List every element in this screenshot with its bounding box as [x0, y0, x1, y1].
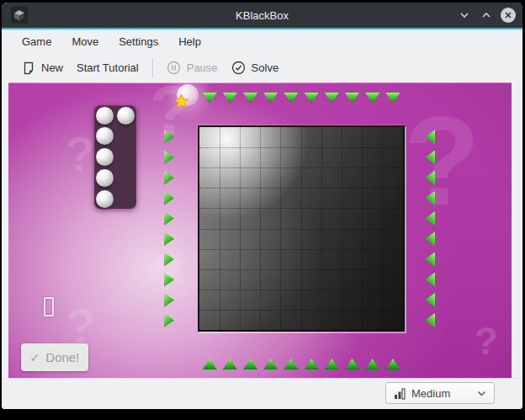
titlebar: KBlackBox: [2, 3, 522, 28]
laser-arrow-left-9[interactable]: [164, 293, 174, 307]
laser-arrow-right-3[interactable]: [425, 171, 435, 185]
laser-arrow-top-3[interactable]: [243, 93, 257, 104]
difficulty-value: Medium: [411, 387, 450, 400]
laser-arrow-right-4[interactable]: [425, 191, 435, 205]
done-button-label: Done!: [45, 350, 79, 364]
laser-arrow-bottom-4[interactable]: [263, 359, 278, 369]
laser-arrow-top-8[interactable]: [345, 93, 359, 104]
solve-button-label: Solve: [252, 61, 279, 74]
score-display: [44, 297, 54, 316]
laser-arrow-left-5[interactable]: [164, 211, 174, 226]
laser-arrow-bottom-2[interactable]: [223, 359, 237, 369]
question-mark-decoration: ?: [65, 130, 94, 178]
grid-line: [199, 290, 403, 290]
new-button[interactable]: New: [15, 57, 70, 79]
grid-line: [199, 229, 403, 230]
laser-arrow-top-7[interactable]: [325, 93, 339, 104]
game-view: ? ? ? ? ? ? ✓ Done!: [8, 82, 512, 378]
close-icon: [504, 11, 512, 19]
done-check-icon: ✓: [30, 351, 40, 364]
laser-arrow-left-2[interactable]: [164, 151, 174, 165]
laser-arrow-right-9[interactable]: [425, 293, 435, 307]
laser-arrow-left-3[interactable]: [164, 171, 174, 185]
laser-arrow-left-10[interactable]: [164, 313, 174, 327]
menu-game[interactable]: Game: [13, 32, 60, 51]
question-mark-decoration: ?: [475, 322, 498, 360]
start-tutorial-label: Start Tutorial: [77, 61, 139, 74]
laser-arrow-left-8[interactable]: [164, 273, 174, 287]
laser-arrow-top-2[interactable]: [223, 93, 237, 104]
laser-arrow-left-4[interactable]: [164, 191, 174, 205]
laser-arrow-right-5[interactable]: [425, 211, 435, 226]
question-mark-decoration: ?: [403, 98, 480, 224]
laser-arrow-right-6[interactable]: [425, 231, 435, 246]
laser-arrow-right-2[interactable]: [425, 151, 435, 165]
cursor-star-icon: [173, 93, 189, 109]
laser-arrow-left-1[interactable]: [164, 130, 174, 144]
laser-arrow-left-6[interactable]: [164, 231, 174, 246]
laser-arrow-right-7[interactable]: [425, 253, 435, 267]
laser-arrow-top-4[interactable]: [263, 93, 278, 104]
laser-arrow-bottom-9[interactable]: [365, 359, 379, 369]
laser-arrow-top-5[interactable]: [284, 93, 298, 104]
tray-ball-3[interactable]: [96, 127, 114, 145]
start-tutorial-button[interactable]: Start Tutorial: [70, 57, 146, 78]
menubar: Game Move Settings Help: [2, 29, 522, 53]
laser-arrow-top-9[interactable]: [365, 93, 379, 104]
pause-button[interactable]: Pause: [160, 56, 225, 79]
grid-line: [199, 310, 403, 311]
grid-line: [199, 188, 403, 189]
laser-arrow-bottom-3[interactable]: [243, 359, 257, 369]
pause-button-label: Pause: [187, 61, 218, 74]
grid-line: [199, 208, 403, 209]
laser-arrow-bottom-7[interactable]: [325, 359, 339, 369]
close-button[interactable]: [501, 8, 516, 23]
laser-arrow-top-10[interactable]: [385, 93, 400, 104]
laser-arrow-bottom-8[interactable]: [345, 359, 359, 369]
menu-help[interactable]: Help: [170, 32, 209, 51]
app-window: KBlackBox Game Move Settings Hel: [2, 3, 522, 409]
window-title: KBlackBox: [2, 9, 522, 22]
menu-move[interactable]: Move: [63, 32, 107, 51]
statusbar: Medium: [2, 378, 522, 409]
chevron-up-icon: [480, 9, 492, 21]
laser-arrow-bottom-1[interactable]: [203, 359, 217, 369]
laser-arrow-left-7[interactable]: [164, 253, 174, 267]
grid-line: [199, 269, 403, 270]
solve-check-icon: [231, 61, 246, 75]
new-button-label: New: [41, 61, 63, 74]
tray-ball-5[interactable]: [96, 169, 114, 187]
tray-ball-4[interactable]: [96, 148, 114, 166]
maximize-button[interactable]: [479, 8, 494, 23]
grid-line: [199, 249, 403, 250]
toolbar: New Start Tutorial Pause Solve: [2, 53, 522, 82]
laser-arrow-right-8[interactable]: [425, 273, 435, 287]
menu-settings[interactable]: Settings: [110, 32, 167, 51]
laser-arrow-bottom-10[interactable]: [385, 359, 400, 369]
tray-ball-2[interactable]: [117, 107, 135, 125]
difficulty-select[interactable]: Medium: [385, 382, 495, 404]
laser-arrow-bottom-6[interactable]: [305, 359, 319, 369]
new-document-icon: [22, 61, 35, 75]
chevron-down-icon: [477, 391, 486, 396]
solve-button[interactable]: Solve: [225, 56, 286, 79]
chevron-down-icon: [459, 9, 470, 21]
grid-line: [199, 167, 403, 168]
pause-icon: [167, 61, 181, 75]
laser-arrow-right-1[interactable]: [425, 130, 435, 144]
grid-line: [199, 147, 403, 148]
minimize-button[interactable]: [457, 8, 472, 23]
laser-arrow-top-1[interactable]: [203, 93, 217, 104]
tray-ball-6[interactable]: [96, 190, 114, 208]
toolbar-separator: [152, 59, 153, 77]
laser-arrow-top-6[interactable]: [305, 93, 319, 104]
blackbox-grid[interactable]: [198, 125, 405, 332]
laser-arrow-bottom-5[interactable]: [284, 359, 298, 369]
difficulty-medium-icon: [394, 387, 406, 400]
laser-arrow-right-10[interactable]: [425, 313, 435, 327]
done-button[interactable]: ✓ Done!: [21, 343, 88, 371]
tray-ball-1[interactable]: [96, 107, 114, 125]
